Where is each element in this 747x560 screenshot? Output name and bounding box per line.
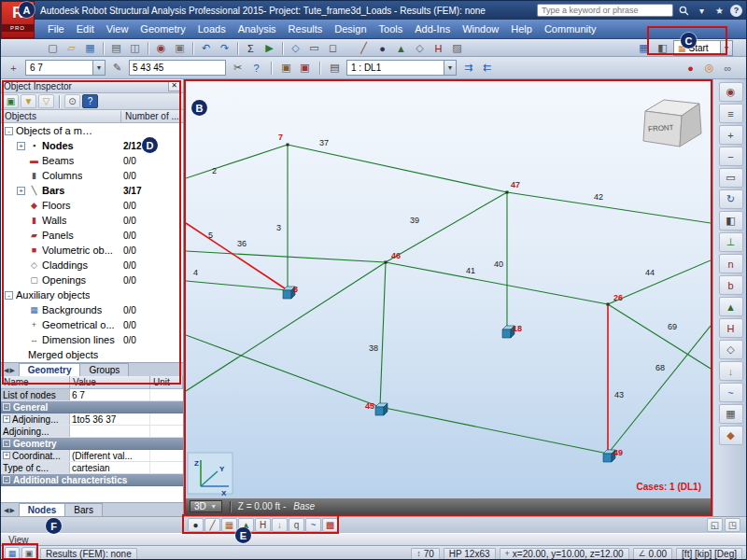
supports-display-icon[interactable]: ▲ <box>719 297 743 316</box>
menu-help[interactable]: Help <box>505 21 538 36</box>
tab-groups[interactable]: Groups <box>79 363 129 376</box>
infocenter-search-input[interactable] <box>537 4 673 17</box>
column-unit[interactable]: Unit <box>150 376 183 388</box>
zoom-window-icon[interactable]: ▭ <box>719 168 743 188</box>
property-value[interactable]: 1to5 36 37 <box>70 413 150 425</box>
view-3d-icon[interactable]: ◇ <box>287 40 304 56</box>
analysis-run-icon[interactable]: ▶ <box>261 40 278 56</box>
property-section-additional-characteristics[interactable]: -Additional characteristics <box>1 474 183 486</box>
filter-icon[interactable]: ▼ <box>21 94 36 108</box>
property-row-coordinat[interactable]: +Coordinat...(Different val... <box>1 450 183 462</box>
print-icon[interactable]: ▤ <box>107 40 125 56</box>
tree-item-bars[interactable]: +╲Bars3/17 <box>1 183 183 198</box>
menu-results[interactable]: Results <box>283 21 329 36</box>
menu-design[interactable]: Design <box>329 21 372 36</box>
apply-to-nodes-icon[interactable]: ⇉ <box>459 60 477 76</box>
bar-selection-input[interactable] <box>129 60 226 76</box>
node-numbers-icon[interactable]: n <box>719 254 743 273</box>
tree-item-objects-of-a-model[interactable]: -Objects of a model <box>1 123 183 138</box>
tree-item-beams[interactable]: ▬Beams0/0 <box>1 153 183 168</box>
close-icon[interactable]: ✕ <box>168 80 180 91</box>
status-results[interactable]: Results (FEM): none <box>40 548 137 560</box>
zoom-out-icon[interactable]: − <box>719 147 743 166</box>
panels-display-icon[interactable]: ▦ <box>719 404 743 424</box>
expander-icon[interactable]: + <box>17 187 25 195</box>
zoom-window-icon[interactable]: ▭ <box>305 40 323 56</box>
help-icon[interactable]: ? <box>82 94 98 108</box>
tree-item-walls[interactable]: ▮Walls0/0 <box>1 213 183 228</box>
search-icon[interactable] <box>677 4 691 17</box>
close-window-icon[interactable]: ▣ <box>296 60 314 76</box>
tables-icon[interactable]: ▦ <box>635 40 653 56</box>
tree-item-volumetric-ob[interactable]: ■Volumetric ob...0/0 <box>1 243 183 258</box>
deformation-icon[interactable]: ~ <box>305 518 321 532</box>
bar-properties-icon[interactable]: ╱ <box>355 40 373 56</box>
property-row-list-of-nodes[interactable]: List of nodes6 7 <box>1 389 183 401</box>
view-mode-selector[interactable]: 3D ▼ <box>190 500 222 512</box>
sphere-view-icon[interactable]: ● <box>682 60 699 76</box>
property-section-geometry[interactable]: -Geometry <box>1 438 183 450</box>
column-value[interactable]: Value <box>70 376 150 388</box>
tree-item-panels[interactable]: ▰Panels0/0 <box>1 228 183 243</box>
tab-bars[interactable]: Bars <box>64 503 103 516</box>
tree-item-merged-objects[interactable]: Merged objects <box>1 347 183 362</box>
property-value[interactable]: cartesian <box>70 462 150 473</box>
front-view-icon[interactable]: ◧ <box>719 211 743 231</box>
column-name[interactable]: Name <box>1 376 70 388</box>
tree-item-geometrical-o[interactable]: +Geometrical o...0/0 <box>1 317 183 332</box>
column-number-of[interactable]: Number of ... <box>120 111 180 122</box>
view-manager-icon[interactable]: ▦ <box>5 547 20 560</box>
property-row-type-of-c[interactable]: Type of c...cartesian <box>1 462 183 474</box>
link-icon[interactable]: ∞ <box>719 60 737 76</box>
screen-capture-icon[interactable]: ◉ <box>719 82 743 102</box>
maps-icon[interactable]: ▩ <box>322 518 338 532</box>
tab-geometry[interactable]: Geometry <box>19 363 81 376</box>
sections-icon[interactable]: H <box>430 40 447 56</box>
load-case-list-icon[interactable]: ▤ <box>326 60 344 76</box>
menu-window[interactable]: Window <box>457 21 504 36</box>
status-section[interactable]: HP 12x63 <box>444 548 496 560</box>
expander-icon[interactable]: + <box>3 415 10 423</box>
bars-display-icon[interactable]: ╱ <box>204 518 220 532</box>
column-objects[interactable]: Objects <box>5 111 36 121</box>
expander-icon[interactable]: - <box>3 440 10 447</box>
diagrams-icon[interactable]: ~ <box>719 383 743 402</box>
expander-icon[interactable]: + <box>17 142 25 150</box>
view-capture-icon[interactable]: ◱ <box>707 518 723 532</box>
menu-file[interactable]: File <box>42 21 70 36</box>
support-node-45[interactable] <box>375 403 388 415</box>
rotate-view-icon[interactable]: ↻ <box>719 189 743 209</box>
expander-icon[interactable]: - <box>5 291 13 300</box>
property-value[interactable] <box>70 426 150 437</box>
clipboard-icon[interactable]: ▣ <box>171 40 189 56</box>
status-display-scale[interactable]: ↕ 70 <box>411 548 440 560</box>
help-icon[interactable]: ? <box>730 5 742 17</box>
screen-capture-icon[interactable]: ◉ <box>152 40 170 56</box>
menu-loads[interactable]: Loads <box>192 21 232 36</box>
tree-item-columns[interactable]: ▮Columns0/0 <box>1 168 183 183</box>
zoom-all-icon[interactable]: ◻ <box>324 40 342 56</box>
render-view-icon[interactable]: ◆ <box>719 426 743 445</box>
apply-to-bars-icon[interactable]: ⇇ <box>478 60 496 76</box>
sections-display-icon[interactable]: H <box>255 518 271 532</box>
menu-analysis[interactable]: Analysis <box>233 21 282 36</box>
expander-icon[interactable]: - <box>5 127 13 135</box>
redo-icon[interactable]: ↷ <box>216 40 233 56</box>
tab-scroll-arrows[interactable]: ◀▶ <box>3 507 19 516</box>
edit-selection-icon[interactable]: ✎ <box>108 60 126 76</box>
property-row-adjoining[interactable]: Adjoining... <box>1 426 183 438</box>
property-value[interactable]: 6 7 <box>70 389 150 400</box>
property-row-adjoining[interactable]: +Adjoining...1to5 36 37 <box>1 413 183 426</box>
view-cube[interactable]: FRONT <box>643 100 701 147</box>
load-case-combo[interactable]: 1 : DL1 ▼ <box>346 60 457 76</box>
structure-canvas[interactable]: 2374236394144340384354696874746268184549… <box>186 81 711 498</box>
releases-icon[interactable]: ◇ <box>411 40 429 56</box>
expander-icon[interactable]: + <box>3 452 10 459</box>
undo-icon[interactable]: ↶ <box>197 40 215 56</box>
search-dropdown-icon[interactable]: ▾ <box>695 4 709 17</box>
menu-geometry[interactable]: Geometry <box>134 21 190 36</box>
tree-item-openings[interactable]: ▢Openings0/0 <box>1 273 183 287</box>
menu-community[interactable]: Community <box>539 21 602 36</box>
tree-item-backgrounds[interactable]: ▦Backgrounds0/0 <box>1 302 183 317</box>
loads-display-icon[interactable]: ↓ <box>719 361 743 381</box>
